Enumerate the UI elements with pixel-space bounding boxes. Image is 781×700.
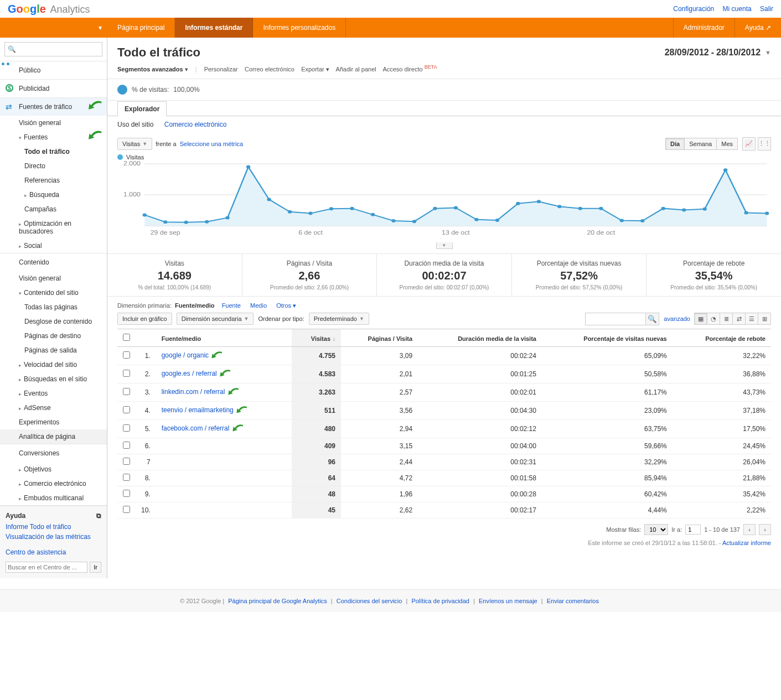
gran-mes[interactable]: Mes: [716, 138, 738, 150]
help-popout-icon[interactable]: ⧉: [96, 512, 101, 520]
sidebar-cs-salida[interactable]: Páginas de salida: [0, 343, 107, 357]
table-search-input[interactable]: [585, 313, 646, 325]
action-personalizar[interactable]: Personalizar: [204, 66, 238, 72]
view-term-icon[interactable]: ☰: [745, 313, 758, 325]
dim-otros[interactable]: Otros ▾: [276, 302, 296, 309]
sidebar-fuentes[interactable]: Fuentes: [0, 130, 107, 144]
action-exportar[interactable]: Exportar ▾: [301, 66, 329, 72]
table-row[interactable]: 6. 4093,1500:04:0059,66%24,45%: [117, 438, 771, 454]
row-checkbox[interactable]: [123, 474, 130, 481]
row-checkbox[interactable]: [123, 406, 130, 413]
table-row[interactable]: 8. 644,7200:01:5885,94%21,88%: [117, 470, 771, 486]
row-checkbox[interactable]: [123, 388, 130, 395]
table-row[interactable]: 9. 481,9600:00:2860,42%35,42%: [117, 486, 771, 502]
nav-home[interactable]: Página principal: [107, 18, 175, 38]
sidebar-publico[interactable]: Público: [0, 61, 107, 79]
select-metric-link[interactable]: Seleccione una métrica: [180, 141, 243, 147]
view-pie-icon[interactable]: ◔: [707, 313, 720, 325]
sidebar-conversiones[interactable]: Conversiones: [0, 444, 107, 462]
footer-link-feedback[interactable]: Enviar comentarios: [547, 598, 599, 604]
table-row[interactable]: 1.google / organic 4.7553,0900:02:2465,0…: [117, 346, 771, 365]
link-logout[interactable]: Salir: [760, 5, 773, 13]
sidebar-publicidad[interactable]: $ Publicidad: [0, 80, 107, 97]
chart-expand-handle[interactable]: ▾: [436, 242, 453, 249]
nav-admin[interactable]: Administrador: [673, 18, 735, 38]
subtab-uso[interactable]: Uso del sitio: [117, 121, 153, 128]
subtab-ecom[interactable]: Comercio electrónico: [164, 121, 227, 128]
include-chart-button[interactable]: Incluir en gráfico: [117, 313, 172, 325]
sidebar-fuentes-trafico[interactable]: ⇄ Fuentes de tráfico: [0, 98, 107, 116]
row-checkbox[interactable]: [123, 442, 130, 449]
help-link-center[interactable]: Centro de asistencia: [6, 547, 101, 557]
dim-medio[interactable]: Medio: [250, 302, 267, 309]
sidebar-experimentos[interactable]: Experimentos: [0, 415, 107, 429]
date-range-picker[interactable]: 28/09/2012 - 28/10/2012 ▼: [665, 48, 771, 58]
sidebar-cs-vision[interactable]: Visión general: [0, 271, 107, 286]
action-acceso[interactable]: Acceso directo: [382, 66, 422, 72]
col-rebote[interactable]: Porcentaje de rebote: [673, 329, 771, 346]
col-visitas[interactable]: Visitas↓: [292, 329, 341, 346]
table-row[interactable]: 4.teenvio / emailmarketing 5113,5600:04:…: [117, 401, 771, 419]
pager-next-button[interactable]: ›: [759, 524, 771, 535]
source-link[interactable]: linkedin.com / referral: [162, 388, 225, 396]
sidebar-adsense[interactable]: AdSense: [0, 401, 107, 415]
link-account[interactable]: Mi cuenta: [723, 5, 752, 13]
col-dur[interactable]: Duración media de la visita: [418, 329, 542, 346]
help-go-button[interactable]: Ir: [90, 562, 101, 573]
col-pages[interactable]: Páginas / Visita: [341, 329, 418, 346]
help-link-report[interactable]: Informe Todo el tráfico: [6, 522, 101, 532]
sidebar-embudos[interactable]: Embudos multicanal: [0, 491, 107, 505]
table-row[interactable]: 3.linkedin.com / referral 3.2632,5700:02…: [117, 383, 771, 401]
dim-fuente[interactable]: Fuente: [222, 302, 241, 309]
source-link[interactable]: facebook.com / referral: [162, 424, 230, 432]
sidebar-busqueda[interactable]: Búsqueda: [0, 188, 107, 202]
nav-standard-reports[interactable]: Informes estándar: [175, 18, 253, 38]
view-bar-icon[interactable]: ≣: [720, 313, 733, 325]
source-link[interactable]: google / organic: [162, 351, 209, 359]
sidebar-objetivos[interactable]: Objetivos: [0, 462, 107, 476]
sidebar-referencias[interactable]: Referencias: [0, 173, 107, 188]
sidebar-search-input[interactable]: [4, 42, 102, 56]
sidebar-directo[interactable]: Directo: [0, 159, 107, 173]
action-correo[interactable]: Correo electrónico: [245, 66, 294, 72]
sidebar-cs-desglose[interactable]: Desglose de contenido: [0, 314, 107, 329]
nav-custom-reports[interactable]: Informes personalizados: [253, 18, 346, 38]
footer-link-home[interactable]: Página principal de Google Analytics: [228, 598, 327, 604]
help-search-input[interactable]: [6, 562, 87, 573]
col-fuente[interactable]: Fuente/medio: [156, 329, 292, 346]
table-row[interactable]: 2.google.es / referral 4.5832,0100:01:25…: [117, 365, 771, 383]
view-pivot-icon[interactable]: ⊞: [758, 313, 771, 325]
row-checkbox[interactable]: [123, 506, 130, 513]
pager-rows-select[interactable]: 10: [644, 524, 668, 535]
footer-link-privacy[interactable]: Política de privacidad: [411, 598, 469, 604]
pager-goto-input[interactable]: [685, 525, 701, 535]
row-checkbox[interactable]: [123, 458, 130, 465]
secondary-dimension-button[interactable]: Dimensión secundaria ▼: [177, 313, 254, 325]
sidebar-analitica[interactable]: Analítica de página: [0, 429, 107, 444]
view-table-icon[interactable]: ▦: [694, 313, 707, 325]
sidebar-contenido[interactable]: Contenido: [0, 253, 107, 271]
row-checkbox[interactable]: [123, 370, 130, 377]
view-compare-icon[interactable]: ⇄: [732, 313, 746, 325]
sidebar-social[interactable]: Social: [0, 238, 107, 253]
table-row[interactable]: 7 962,4400:02:3132,29%26,04%: [117, 454, 771, 470]
nav-dropdown[interactable]: ▾: [0, 18, 107, 38]
sidebar-campanas[interactable]: Campañas: [0, 202, 107, 216]
advanced-link[interactable]: avanzado: [664, 315, 690, 322]
footer-link-contact[interactable]: Envíenos un mensaje: [479, 598, 537, 604]
sidebar-todo-trafico[interactable]: Todo el tráfico: [0, 144, 107, 159]
sidebar-eventos[interactable]: Eventos: [0, 386, 107, 401]
pager-prev-button[interactable]: ‹: [743, 524, 756, 535]
sidebar-vision-general[interactable]: Visión general: [0, 116, 107, 130]
header-checkbox[interactable]: [123, 334, 130, 341]
gran-dia[interactable]: Día: [665, 138, 685, 150]
nav-help[interactable]: Ayuda ↗: [735, 18, 781, 38]
row-checkbox[interactable]: [123, 351, 130, 359]
sidebar-velocidad[interactable]: Velocidad del sitio: [0, 357, 107, 372]
col-nuevas[interactable]: Porcentaje de visitas nuevas: [542, 329, 673, 346]
link-config[interactable]: Configuración: [673, 5, 714, 13]
sidebar-cs-sitio[interactable]: Contenido del sitio: [0, 286, 107, 300]
dim-fuente-medio[interactable]: Fuente/medio: [175, 302, 215, 309]
gran-semana[interactable]: Semana: [684, 138, 717, 150]
row-checkbox[interactable]: [123, 490, 130, 497]
